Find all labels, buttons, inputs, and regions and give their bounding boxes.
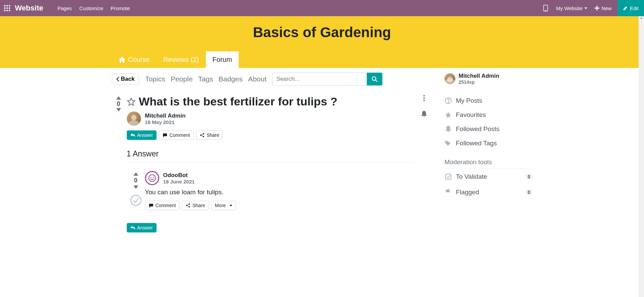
svg-line-19 [201, 135, 203, 136]
question-actions: Answer Comment Share [127, 130, 413, 140]
comment-icon [149, 203, 153, 208]
my-website-label: My Website [556, 5, 582, 11]
svg-rect-12 [595, 8, 599, 9]
subnav-topics[interactable]: Topics [145, 75, 165, 83]
answer-author-name[interactable]: OdooBot [163, 172, 195, 179]
sidebar-flagged-label: Flagged [456, 189, 479, 196]
svg-rect-7 [6, 10, 8, 11]
sidebar-to-validate-label: To Validate [456, 173, 487, 180]
svg-line-27 [187, 204, 189, 205]
course-title: Basics of Gardening [0, 22, 644, 51]
check-square-icon [445, 173, 452, 180]
author-name[interactable]: Mitchell Admin [145, 113, 186, 119]
sidebar-avatar[interactable] [445, 73, 455, 84]
search-input[interactable] [272, 73, 367, 85]
edit-button[interactable]: Edit [618, 0, 644, 16]
svg-rect-5 [9, 7, 10, 9]
tab-course-label: Course [128, 56, 150, 64]
forum-subnav: Back Topics People Tags Badges About [112, 73, 431, 85]
upvote-button[interactable] [116, 96, 121, 100]
sidebar-my-posts-label: My Posts [456, 97, 482, 104]
chevron-left-icon [116, 77, 120, 81]
accept-answer-icon[interactable] [130, 194, 142, 206]
bell-icon [445, 126, 452, 132]
brand-label[interactable]: Website [15, 4, 43, 13]
svg-line-14 [376, 80, 377, 82]
svg-line-28 [187, 206, 189, 206]
nav-pages[interactable]: Pages [57, 5, 72, 11]
sidebar-my-posts[interactable]: My Posts [445, 94, 532, 108]
share-button[interactable]: Share [196, 130, 223, 140]
search-button[interactable] [367, 73, 382, 85]
nav-promote[interactable]: Promote [111, 5, 130, 11]
back-button[interactable]: Back [112, 73, 139, 85]
sidebar-profile-name: Mitchell Admin [459, 73, 499, 79]
svg-point-33 [448, 102, 449, 103]
sidebar-profile-xp: 2514xp [459, 79, 499, 85]
answer-share-label: Share [192, 203, 205, 208]
svg-rect-2 [9, 5, 10, 6]
sidebar-profile[interactable]: Mitchell Admin 2514xp [445, 73, 532, 85]
answer-downvote-button[interactable] [134, 185, 138, 189]
svg-point-16 [200, 134, 201, 136]
top-navbar: Website Pages Customize Promote My Websi… [0, 0, 644, 16]
new-button[interactable]: New [590, 1, 616, 16]
reply-icon [130, 133, 135, 137]
answer-button[interactable]: Answer [127, 130, 157, 140]
comment-button-label: Comment [169, 132, 190, 138]
tab-forum[interactable]: Forum [206, 51, 239, 68]
comment-button[interactable]: Comment [159, 130, 194, 140]
subnav-tags[interactable]: Tags [198, 75, 213, 83]
nav-customize[interactable]: Customize [79, 5, 103, 11]
mobile-preview-icon[interactable] [543, 5, 548, 11]
answer-author-date: 18 June 2021 [163, 179, 195, 184]
answers-heading: 1 Answer [127, 149, 413, 162]
search-icon [372, 76, 378, 82]
subscribe-bell-icon[interactable] [421, 111, 427, 117]
sidebar-flagged[interactable]: Flagged 0 [445, 184, 532, 200]
subnav-people[interactable]: People [171, 75, 193, 83]
svg-point-23 [153, 177, 153, 178]
tab-reviews[interactable]: Reviews (2) [157, 51, 206, 68]
moderation-heading: Moderation tools [445, 158, 532, 169]
svg-point-21 [149, 175, 156, 181]
home-icon [119, 57, 125, 63]
forum-sidebar: Mitchell Admin 2514xp My Posts Favourite… [445, 73, 532, 232]
sidebar-followed-tags[interactable]: Followed Tags [445, 136, 532, 150]
answer-more-button[interactable]: More [211, 201, 236, 210]
answer-upvote-button[interactable] [134, 172, 138, 176]
search-form [272, 73, 382, 85]
question-vote-count: 0 [117, 100, 120, 107]
sidebar-favourites-label: Favourites [456, 111, 486, 119]
question-vote-col: 0 [112, 95, 125, 232]
tab-course[interactable]: Course [112, 51, 157, 68]
downvote-button[interactable] [116, 108, 121, 112]
sidebar-favourites[interactable]: Favourites [445, 108, 532, 122]
bottom-answer-label: Answer [137, 225, 153, 230]
more-options-icon[interactable] [423, 95, 425, 101]
scrollbar[interactable] [639, 16, 644, 243]
tags-icon [445, 140, 452, 146]
question-title: What is the best fertilizer for tulips ? [139, 95, 338, 108]
sidebar-followed-posts[interactable]: Followed Posts [445, 122, 532, 136]
subnav-about[interactable]: About [248, 75, 267, 83]
svg-point-26 [189, 206, 190, 207]
answer-vote-col: 0 [127, 171, 145, 210]
sidebar-to-validate[interactable]: To Validate 0 [445, 169, 532, 184]
answer-author-avatar[interactable] [145, 171, 159, 185]
svg-rect-8 [9, 10, 10, 11]
answer-share-button[interactable]: Share [182, 201, 209, 210]
share-icon [200, 133, 205, 138]
svg-point-30 [423, 97, 425, 99]
answer-comment-button[interactable]: Comment [145, 201, 180, 210]
favourite-star-icon[interactable] [127, 97, 136, 106]
author-avatar[interactable] [127, 112, 141, 126]
svg-point-13 [372, 77, 376, 80]
apps-icon[interactable] [4, 5, 10, 11]
my-website-dropdown[interactable]: My Website [556, 5, 587, 11]
question-block: 0 What is the best fertilizer for tulips… [112, 95, 431, 232]
bottom-answer-button[interactable]: Answer [127, 223, 157, 232]
svg-point-22 [151, 177, 151, 178]
chevron-down-icon [585, 7, 587, 9]
subnav-badges[interactable]: Badges [218, 75, 242, 83]
